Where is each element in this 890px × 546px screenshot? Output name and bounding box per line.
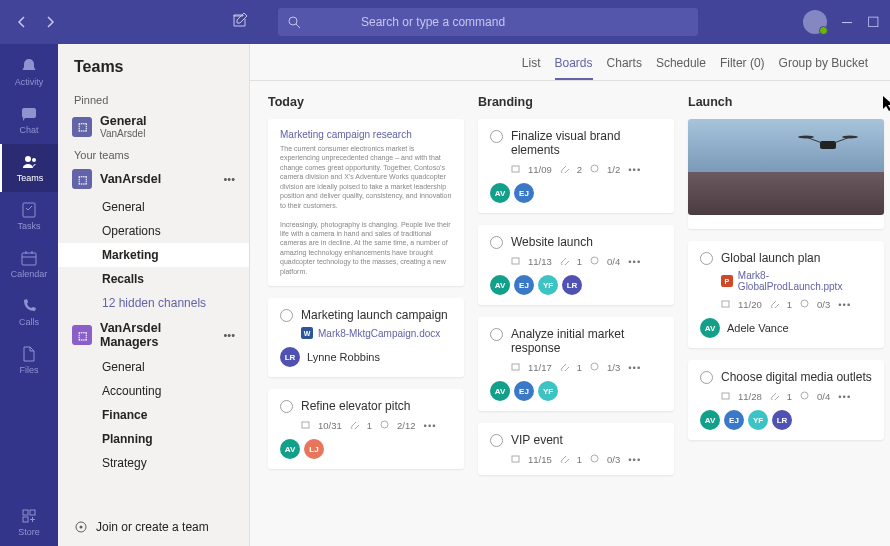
avatar-chip[interactable]: EJ [724,410,744,430]
rail-teams[interactable]: Teams [0,144,58,192]
card-people: AVEJYF [490,381,662,401]
rail-tasks[interactable]: Tasks [0,192,58,240]
card-people: AVEJYFLR [700,410,872,430]
pinned-team[interactable]: ⬚ General VanArsdel [58,108,249,145]
calendar-icon [511,454,520,465]
task-card[interactable]: VIP event11/1510/3••• [478,423,674,475]
card-meta: 10/3112/12••• [301,420,452,431]
channel-planning[interactable]: Planning [58,427,249,451]
channel-recalls[interactable]: Recalls [58,267,249,291]
card-more[interactable]: ••• [628,164,641,175]
card-meta: 11/0921/2••• [511,164,662,175]
task-complete-radio[interactable] [490,434,503,447]
svg-line-25 [834,137,850,143]
channel-12-hidden-channels[interactable]: 12 hidden channels [58,291,249,315]
avatar-chip[interactable]: YF [748,410,768,430]
task-card[interactable]: Finalize visual brand elements11/0921/2•… [478,119,674,213]
svg-point-20 [591,455,598,462]
task-card[interactable]: Marketing launch campaignWMark8-MktgCamp… [268,298,464,377]
join-create-team[interactable]: Join or create a team [58,508,249,546]
compose-icon[interactable] [232,12,248,32]
nav-back[interactable] [10,10,34,34]
board: TodayMarketing campaign researchThe curr… [250,81,890,546]
card-more[interactable]: ••• [424,420,437,431]
channel-strategy[interactable]: Strategy [58,451,249,475]
channel-accounting[interactable]: Accounting [58,379,249,403]
avatar-chip[interactable]: EJ [514,183,534,203]
rail-calendar[interactable]: Calendar [0,240,58,288]
rail-files[interactable]: Files [0,336,58,384]
task-card[interactable]: Marketing campaign researchThe current c… [268,119,464,286]
avatar-chip[interactable]: EJ [514,275,534,295]
card-more[interactable]: ••• [838,299,851,310]
task-complete-radio[interactable] [490,328,503,341]
rail-calls[interactable]: Calls [0,288,58,336]
card-more[interactable]: ••• [628,454,641,465]
team-more-icon[interactable]: ••• [223,173,235,185]
avatar-chip[interactable]: AV [700,410,720,430]
team-icon: ⬚ [72,169,92,189]
channel-general[interactable]: General [58,355,249,379]
svg-point-2 [25,156,31,162]
paperclip-icon [350,420,359,431]
minimize-button[interactable]: ─ [842,14,852,30]
card-attachment[interactable]: PMark8-GlobalProdLaunch.pptx [721,270,872,292]
avatar-chip[interactable]: YF [538,381,558,401]
task-card[interactable]: Analyze initial market response11/1711/3… [478,317,674,411]
card-attachment[interactable]: WMark8-MktgCampaign.docx [301,327,452,339]
task-complete-radio[interactable] [490,236,503,249]
channel-operations[interactable]: Operations [58,219,249,243]
task-complete-radio[interactable] [280,309,293,322]
svg-rect-1 [22,108,36,118]
avatar-chip[interactable]: YF [538,275,558,295]
card-assignee[interactable]: LRLynne Robbins [280,347,452,367]
channel-general[interactable]: General [58,195,249,219]
task-card[interactable]: Choose digital media outlets11/2810/4•••… [688,360,884,440]
task-complete-radio[interactable] [700,252,713,265]
svg-rect-13 [512,166,519,172]
avatar-chip[interactable]: EJ [514,381,534,401]
card-more[interactable]: ••• [628,362,641,373]
maximize-button[interactable]: ☐ [867,14,880,30]
rail-chat[interactable]: Chat [0,96,58,144]
channel-finance[interactable]: Finance [58,403,249,427]
channel-marketing[interactable]: Marketing [58,243,249,267]
avatar-chip[interactable]: LJ [304,439,324,459]
avatar-chip[interactable]: AV [490,381,510,401]
task-complete-radio[interactable] [700,371,713,384]
tab-filter[interactable]: Filter (0) [720,56,765,80]
tab-boards[interactable]: Boards [555,56,593,80]
rail-activity[interactable]: Activity [0,48,58,96]
tab-schedule[interactable]: Schedule [656,56,706,80]
nav-forward[interactable] [38,10,62,34]
calendar-icon [511,256,520,267]
rail-store[interactable]: Store [0,498,58,546]
task-card[interactable] [688,119,884,229]
tab-list[interactable]: List [522,56,541,80]
avatar-chip[interactable]: LR [562,275,582,295]
team-VanArsdel Managers[interactable]: ⬚VanArsdel Managers••• [58,315,249,355]
user-avatar[interactable] [803,10,827,34]
card-assignee[interactable]: AVAdele Vance [700,318,872,338]
avatar-chip[interactable]: LR [772,410,792,430]
search-input[interactable]: Search or type a command [278,8,698,36]
paperclip-icon [770,299,779,310]
team-VanArsdel[interactable]: ⬚VanArsdel••• [58,163,249,195]
tab-charts[interactable]: Charts [607,56,642,80]
task-complete-radio[interactable] [280,400,293,413]
card-more[interactable]: ••• [628,256,641,267]
search-placeholder: Search or type a command [361,15,505,29]
task-card[interactable]: Global launch planPMark8-GlobalProdLaunc… [688,241,884,348]
task-complete-radio[interactable] [490,130,503,143]
avatar-chip[interactable]: AV [490,183,510,203]
card-title: Analyze initial market response [511,327,662,355]
svg-point-0 [289,17,297,25]
avatar-chip[interactable]: AV [490,275,510,295]
task-card[interactable]: Website launch11/1310/4•••AVEJYFLR [478,225,674,305]
avatar-chip[interactable]: AV [280,439,300,459]
tab-group[interactable]: Group by Bucket [779,56,868,80]
card-more[interactable]: ••• [838,391,851,402]
task-card[interactable]: Refine elevator pitch10/3112/12•••AVLJ [268,389,464,469]
paperclip-icon [560,256,569,267]
team-more-icon[interactable]: ••• [223,329,235,341]
